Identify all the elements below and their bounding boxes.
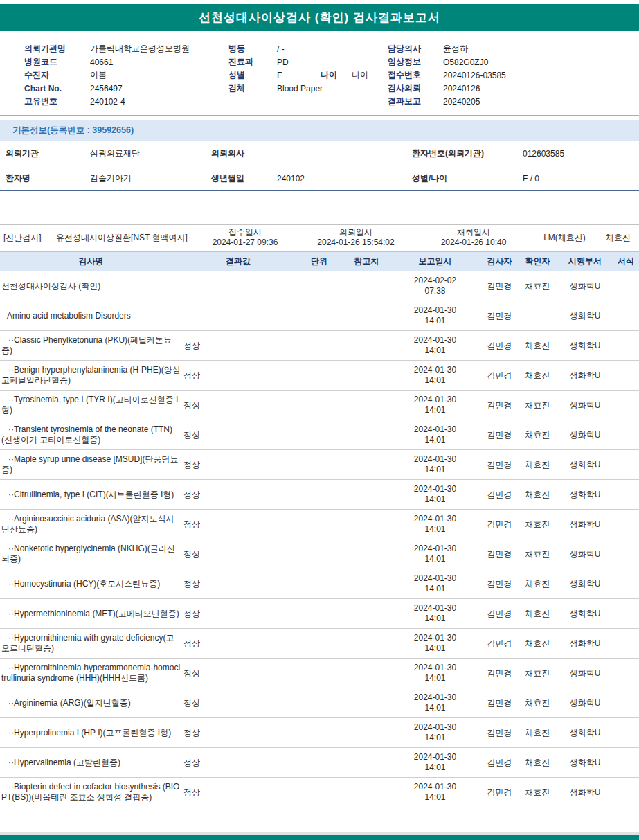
cell-result-value: 정상 xyxy=(182,659,294,688)
cell-tester: 김민경 xyxy=(481,271,518,301)
collection-time-value: 2024-01-26 10:40 xyxy=(415,238,532,248)
results-row: ··Nonketotic hyperglycinemia (NKHG)(글리신뇌… xyxy=(0,539,639,569)
cell-confirmer: 채효진 xyxy=(518,688,557,718)
report-title-bar: 선천성대사이상검사 (확인) 검사결과보고서 xyxy=(0,4,639,31)
reported-time: 14:01 xyxy=(390,316,480,326)
cell-reference xyxy=(344,629,389,659)
cell-unit xyxy=(294,569,344,599)
cell-reference xyxy=(344,718,389,748)
cell-reference xyxy=(344,688,389,718)
header-info-row: 진료과PD xyxy=(228,55,388,69)
cell-test-name: 선천성대사이상검사 (확인) xyxy=(0,271,182,301)
cell-confirmer: 채효진 xyxy=(518,539,557,569)
results-row: ··Hypermethioninemia (MET)(고메티오닌혈증)정상202… xyxy=(0,599,639,629)
reported-time: 14:01 xyxy=(390,346,480,356)
receipt-time-value: 2024-01-27 09:36 xyxy=(194,238,296,248)
cell-reported-datetime: 2024-01-3014:01 xyxy=(389,510,481,539)
basic-info-row: 환자명김슬기아기생년월일240102성별/나이F / 0 xyxy=(0,166,639,191)
cell-department: 생화학U xyxy=(557,748,613,778)
cell-confirmer: 채효진 xyxy=(518,659,557,688)
cell-reported-datetime: 2024-01-3014:01 xyxy=(389,331,481,361)
header-info-row: 접수번호20240126-03585 xyxy=(388,69,639,82)
field-value: 20240126 xyxy=(443,84,480,93)
cell-unit xyxy=(294,331,344,361)
field-value: 김슬기아기 xyxy=(90,172,211,184)
cell-reference xyxy=(344,599,389,629)
field-value: 2456497 xyxy=(90,84,123,93)
field-label: 고유번호 xyxy=(24,96,90,107)
cell-result-value: 정상 xyxy=(182,391,294,420)
cell-unit xyxy=(294,539,344,569)
header-info-col3: 담당의사윤정하임상정보O582G0ZJ0접수번호20240126-03585검사… xyxy=(388,42,639,108)
cell-tester: 김민경 xyxy=(481,659,518,688)
cell-test-name: ··Hyperornithinemia with gyrate deficien… xyxy=(0,629,182,659)
collection-time-label: 채취일시 xyxy=(415,227,532,238)
cell-form xyxy=(613,539,639,569)
reported-date: 2024-01-30 xyxy=(390,752,480,762)
field-label: 나이 xyxy=(321,69,352,81)
results-header-row: 검사명결과값단위참고치보고일시검사자확인자시행부서서식 xyxy=(0,252,639,271)
basic-info-row: 의뢰기관삼광의료재단의뢰의사환자번호(의뢰기관)012603585 xyxy=(0,141,639,166)
cell-tester: 김민경 xyxy=(481,599,518,629)
results-header-cell: 시행부서 xyxy=(557,252,613,271)
cell-department: 생화학U xyxy=(557,271,613,301)
results-row: ··Benign hyperphenylalaninemia (H-PHE)(양… xyxy=(0,361,639,391)
cell-department: 생화학U xyxy=(557,361,613,391)
field-value: 삼광의료재단 xyxy=(90,148,211,159)
results-header-cell: 참고치 xyxy=(344,252,389,271)
cell-test-name: ··Homocystinuria (HCY)(호모시스틴뇨증) xyxy=(0,569,182,599)
results-row: ··Hyperornithinemia with gyrate deficien… xyxy=(0,629,639,659)
field-label: 의뢰기관 xyxy=(6,148,90,159)
field-label: 의뢰기관명 xyxy=(24,43,90,55)
results-row: ··Hyperornithinemia-hyperammonemia-homoc… xyxy=(0,659,639,688)
header-info-row: 임상정보O582G0ZJ0 xyxy=(388,55,639,69)
results-header-cell: 확인자 xyxy=(518,252,557,271)
cell-form xyxy=(613,599,639,629)
cell-result-value: 정상 xyxy=(182,420,294,450)
cell-form xyxy=(613,688,639,718)
field-value: 240102 xyxy=(277,174,412,184)
cell-result-value: 정상 xyxy=(182,510,294,539)
results-row: ··Hypervalinemia (고발린혈증)정상2024-01-3014:0… xyxy=(0,748,639,778)
field-label: Chart No. xyxy=(24,84,90,93)
field-value: / - xyxy=(277,44,285,54)
reported-time: 14:01 xyxy=(390,584,480,594)
cell-reference xyxy=(344,659,389,688)
results-header-cell: 단위 xyxy=(294,252,344,271)
reported-time: 14:01 xyxy=(390,375,480,386)
cell-reported-datetime: 2024-01-3014:01 xyxy=(389,301,481,331)
cell-result-value xyxy=(182,301,294,331)
cell-form xyxy=(613,629,639,659)
header-info-row: 수진자이봄 xyxy=(24,69,228,82)
reported-time: 14:01 xyxy=(390,554,480,564)
results-header-cell: 검사명 xyxy=(0,252,182,271)
header-info-row: 병원코드40661 xyxy=(24,55,228,69)
cell-tester: 김민경 xyxy=(481,539,518,569)
field-label: 담당의사 xyxy=(388,43,443,55)
cell-form xyxy=(613,659,639,688)
cell-tester: 김민경 xyxy=(481,778,518,807)
cell-test-name: ··Argininosuccinic aciduria (ASA)(알지노석시닌… xyxy=(0,510,182,539)
cell-test-name: ··Benign hyperphenylalaninemia (H-PHE)(양… xyxy=(0,361,182,391)
cell-confirmer: 채효진 xyxy=(518,778,557,807)
cell-result-value: 정상 xyxy=(182,480,294,510)
cell-unit xyxy=(294,480,344,510)
reported-date: 2024-01-30 xyxy=(390,425,480,435)
cell-test-name: Amino acid metabolism Disorders xyxy=(0,301,182,331)
results-row: ··Citrullinemia, type I (CIT)(시트룰린혈증 I형)… xyxy=(0,480,639,510)
cell-department: 생화학U xyxy=(557,778,613,807)
cell-form xyxy=(613,361,639,391)
header-info-row: 검체Blood Paper xyxy=(228,82,388,95)
reported-date: 2024-01-30 xyxy=(390,484,480,494)
cell-unit xyxy=(294,748,344,778)
cell-tester: 김민경 xyxy=(481,748,518,778)
results-row: ··Classic Phenylketonuria (PKU)(페닐케톤뇨증)정… xyxy=(0,331,639,361)
field-value: 나이 xyxy=(352,69,368,81)
results-header-cell: 결과값 xyxy=(182,252,294,271)
reported-date: 2024-01-30 xyxy=(390,663,480,673)
diagnosis-request-time: 의뢰일시 2024-01-26 15:54:02 xyxy=(296,227,415,248)
cell-reported-datetime: 2024-01-3014:01 xyxy=(389,629,481,659)
cell-reported-datetime: 2024-02-0207:38 xyxy=(389,271,481,301)
cell-confirmer: 채효진 xyxy=(518,748,557,778)
results-table: 검사명결과값단위참고치보고일시검사자확인자시행부서서식 선천성대사이상검사 (확… xyxy=(0,251,639,807)
